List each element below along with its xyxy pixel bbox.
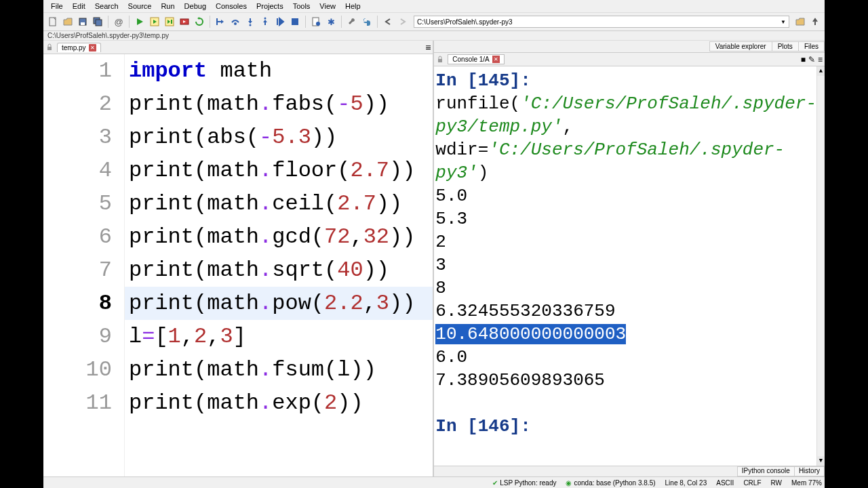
svg-point-11 xyxy=(264,18,267,20)
tab-ipython-console[interactable]: IPython console xyxy=(737,466,795,476)
save-file-icon[interactable] xyxy=(76,15,90,28)
editor-tabbar: temp.py ✕ ≡ xyxy=(43,41,433,54)
parent-dir-icon[interactable] xyxy=(808,15,822,28)
menu-consoles[interactable]: Consoles xyxy=(211,1,252,12)
new-file-icon[interactable] xyxy=(46,15,60,28)
forward-icon[interactable] xyxy=(396,15,410,28)
breadcrumb: C:\Users\ProfSaleh\.spyder-py3\temp.py xyxy=(43,31,825,41)
console-bottom-tabs: IPython consoleHistory xyxy=(434,466,825,476)
python-path-icon[interactable] xyxy=(360,15,374,28)
debug-step-icon[interactable] xyxy=(214,15,227,28)
tab-temp-py[interactable]: temp.py ✕ xyxy=(57,43,101,52)
svg-point-15 xyxy=(364,19,366,20)
debug-step-over-icon[interactable] xyxy=(229,15,242,28)
svg-rect-16 xyxy=(47,47,52,50)
close-tab-icon[interactable]: ✕ xyxy=(89,44,96,52)
spyder-app: FileEditSearchSourceRunDebugConsolesProj… xyxy=(43,0,825,488)
svg-point-10 xyxy=(250,24,252,26)
menu-help[interactable]: Help xyxy=(340,1,366,12)
menu-run[interactable]: Run xyxy=(156,1,179,12)
menu-debug[interactable]: Debug xyxy=(180,1,211,12)
run-cell-advance-icon[interactable] xyxy=(163,15,176,28)
status-conda[interactable]: ◉conda: base (Python 3.8.5) xyxy=(566,479,655,487)
svg-rect-2 xyxy=(81,22,85,25)
tab-options-icon[interactable]: ≡ xyxy=(425,42,431,53)
menu-view[interactable]: View xyxy=(315,1,340,12)
status-cursor-pos: Line 8, Col 23 xyxy=(665,479,707,487)
status-eol: CRLF xyxy=(743,479,761,487)
svg-rect-17 xyxy=(438,59,442,62)
wrench-icon[interactable] xyxy=(345,15,359,28)
tab-variable-explorer[interactable]: Variable explorer xyxy=(709,41,772,52)
console-options-icon[interactable]: ≡ xyxy=(818,55,823,64)
debug-step-out-icon[interactable] xyxy=(258,15,272,28)
menu-bar: FileEditSearchSourceRunDebugConsolesProj… xyxy=(43,0,825,13)
lock-icon xyxy=(436,55,446,64)
status-lsp: ✔LSP Python: ready xyxy=(492,479,556,487)
stop-kernel-icon[interactable]: ■ xyxy=(801,55,806,64)
line-gutter: 1234567891011 xyxy=(43,54,125,476)
tab-files[interactable]: Files xyxy=(798,41,825,52)
status-rw: RW xyxy=(771,479,782,487)
scroll-up-icon[interactable]: ▲ xyxy=(817,66,825,76)
console-tabbar: Console 1/A ✕ ■ ✎ ≡ xyxy=(434,53,825,66)
svg-rect-4 xyxy=(96,20,102,26)
ipython-console[interactable]: In [145]: runfile('C:/Users/ProfSaleh/.s… xyxy=(434,66,825,466)
main-toolbar: @ ✱ C:\Users\ProfSaleh\.spyder-py3▼ xyxy=(43,13,825,31)
close-console-icon[interactable]: ✕ xyxy=(492,56,500,63)
open-file-icon[interactable] xyxy=(61,15,75,28)
menu-search[interactable]: Search xyxy=(90,1,123,12)
console-content: In [145]: runfile('C:/Users/ProfSaleh/.s… xyxy=(435,69,823,438)
rerun-icon[interactable] xyxy=(193,15,206,28)
svg-point-9 xyxy=(234,22,237,25)
debug-continue-icon[interactable] xyxy=(273,15,287,28)
console-scrollbar[interactable]: ▲ ▼ xyxy=(816,66,825,466)
run-icon[interactable] xyxy=(133,15,146,28)
right-pane: Variable explorerPlotsFiles Console 1/A … xyxy=(434,41,825,476)
menu-tools[interactable]: Tools xyxy=(288,1,315,12)
svg-point-14 xyxy=(316,22,320,26)
status-bar: ✔LSP Python: ready ◉conda: base (Python … xyxy=(43,476,825,488)
run-selection-icon[interactable] xyxy=(178,15,191,28)
menu-source[interactable]: Source xyxy=(123,1,157,12)
editor-pane: temp.py ✕ ≡ 1234567891011 import mathpri… xyxy=(43,41,434,476)
code-area[interactable]: import mathprint(math.fabs(-5))print(abs… xyxy=(125,54,433,476)
run-cell-icon[interactable] xyxy=(148,15,161,28)
console-tab[interactable]: Console 1/A ✕ xyxy=(448,54,504,64)
at-icon[interactable]: @ xyxy=(112,15,125,28)
tab-history[interactable]: History xyxy=(794,466,825,476)
menu-edit[interactable]: Edit xyxy=(68,1,90,12)
working-dir-combo[interactable]: C:\Users\ProfSaleh\.spyder-py3▼ xyxy=(414,16,789,28)
save-all-icon[interactable] xyxy=(91,15,104,28)
svg-rect-7 xyxy=(171,20,172,24)
code-editor[interactable]: 1234567891011 import mathprint(math.fabs… xyxy=(43,54,433,476)
debug-file-icon[interactable] xyxy=(309,15,323,28)
status-encoding: ASCII xyxy=(716,479,734,487)
status-mem: Mem 77% xyxy=(791,479,822,487)
back-icon[interactable] xyxy=(381,15,395,28)
clear-console-icon[interactable]: ✎ xyxy=(808,55,815,64)
debug-step-into-icon[interactable] xyxy=(243,15,257,28)
menu-projects[interactable]: Projects xyxy=(252,1,288,12)
right-tabs: Variable explorerPlotsFiles xyxy=(434,41,825,53)
scroll-down-icon[interactable]: ▼ xyxy=(817,456,825,466)
lock-icon xyxy=(45,43,55,52)
browse-dir-icon[interactable] xyxy=(793,15,807,28)
menu-file[interactable]: File xyxy=(46,1,68,12)
svg-rect-12 xyxy=(292,18,298,25)
workspace: temp.py ✕ ≡ 1234567891011 import mathpri… xyxy=(43,41,825,476)
tab-plots[interactable]: Plots xyxy=(772,41,799,52)
debug-stop-icon[interactable] xyxy=(288,15,302,28)
debug-cell-icon[interactable]: ✱ xyxy=(324,15,338,28)
